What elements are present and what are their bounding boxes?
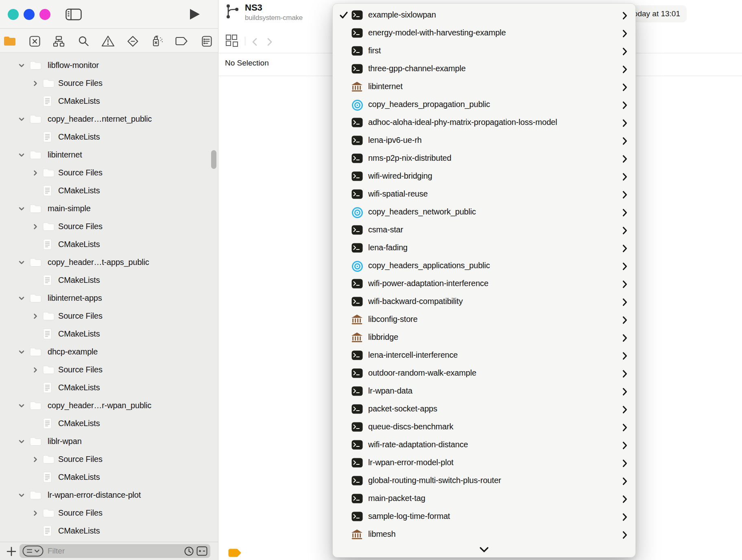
disclosure-expanded-icon[interactable] [18, 62, 25, 70]
scheme-title[interactable]: NS3 [245, 2, 262, 13]
scheme-menu-item[interactable]: wifi-power-adaptation-interference [333, 275, 635, 293]
project-navigator-row[interactable]: main-simple [0, 200, 218, 218]
scheme-menu-item[interactable]: lena-intercell-interference [333, 347, 635, 365]
scheme-menu-item[interactable]: csma-star [333, 221, 635, 239]
scheme-menu-item[interactable]: lr-wpan-error-model-plot [333, 454, 635, 472]
project-navigator-row[interactable]: libinternet [0, 146, 218, 164]
run-button[interactable] [190, 9, 200, 22]
project-navigator-row[interactable]: Source Files [0, 361, 218, 379]
scheme-menu-item[interactable]: outdoor-random-walk-example [333, 365, 635, 383]
add-remove-box-icon[interactable] [196, 546, 207, 556]
recent-clock-icon[interactable] [184, 546, 194, 556]
scheme-menu-item[interactable]: libbridge [333, 329, 635, 347]
navigator-tab-changes[interactable] [28, 35, 41, 48]
scheme-menu-item[interactable]: lr-wpan-data [333, 383, 635, 400]
back-button[interactable] [251, 37, 258, 48]
project-navigator-row[interactable]: CMakeLists [0, 236, 218, 254]
scheme-menu-item[interactable]: packet-socket-apps [333, 400, 635, 418]
navigator-tab-debug[interactable] [150, 35, 164, 48]
project-navigator-row[interactable]: Source Files [0, 164, 218, 182]
scheme-menu-item[interactable]: wifi-spatial-reuse [333, 186, 635, 203]
sidebar-scrollbar[interactable] [211, 150, 216, 169]
scheme-menu-item[interactable]: queue-discs-benchmark [333, 418, 635, 436]
navigator-tab-find[interactable] [76, 35, 90, 48]
project-navigator-row[interactable]: liblr-wpan [0, 433, 218, 451]
navigator-tab-issues[interactable] [101, 35, 115, 48]
disclosure-expanded-icon[interactable] [18, 206, 25, 214]
scheme-menu-item[interactable]: example-sixlowpan [333, 7, 635, 24]
add-button[interactable] [6, 546, 17, 557]
filter-options-icon[interactable] [22, 545, 44, 557]
disclosure-expanded-icon[interactable] [18, 438, 25, 446]
bookmark-tag-icon[interactable] [228, 549, 242, 559]
navigator-tab-tags[interactable] [175, 35, 188, 48]
disclosure-collapsed-icon[interactable] [32, 456, 39, 464]
navigator-tab-tests[interactable] [126, 35, 140, 48]
disclosure-collapsed-icon[interactable] [32, 510, 39, 518]
project-navigator-row[interactable]: Source Files [0, 218, 218, 236]
project-navigator-row[interactable]: CMakeLists [0, 379, 218, 397]
scheme-subtitle[interactable]: buildsystem-cmake [245, 14, 303, 22]
scheme-menu-item[interactable]: sample-log-time-format [333, 508, 635, 526]
filter-input[interactable] [47, 546, 181, 556]
disclosure-collapsed-icon[interactable] [32, 313, 39, 321]
disclosure-collapsed-icon[interactable] [32, 170, 39, 178]
disclosure-expanded-icon[interactable] [18, 259, 25, 267]
project-navigator-row[interactable]: CMakeLists [0, 415, 218, 433]
project-navigator-row[interactable]: copy_header…nternet_public [0, 110, 218, 128]
disclosure-collapsed-icon[interactable] [32, 367, 39, 375]
scheme-menu-item[interactable]: libinternet [333, 78, 635, 96]
disclosure-expanded-icon[interactable] [18, 349, 25, 357]
scheme-menu-item[interactable]: lena-ipv6-ue-rh [333, 132, 635, 150]
filter-field[interactable] [20, 544, 210, 558]
project-navigator-row[interactable]: Source Files [0, 504, 218, 522]
disclosure-expanded-icon[interactable] [18, 402, 25, 411]
scheme-menu-item[interactable]: first [333, 42, 635, 60]
project-navigator-row[interactable]: CMakeLists [0, 92, 218, 110]
scheme-menu-item[interactable]: copy_headers_propagation_public [333, 96, 635, 114]
scheme-menu-item[interactable]: copy_headers_network_public [333, 203, 635, 221]
project-navigator-row[interactable]: CMakeLists [0, 522, 218, 540]
scheme-menu-item[interactable]: wifi-wired-bridging [333, 168, 635, 186]
project-navigator-row[interactable]: CMakeLists [0, 468, 218, 486]
scheme-menu-item[interactable]: wifi-rate-adaptation-distance [333, 436, 635, 454]
scheme-menu-item[interactable]: global-routing-multi-switch-plus-router [333, 472, 635, 490]
navigator-tab-project-selected[interactable] [3, 35, 17, 48]
sidebar-toggle-icon[interactable] [65, 9, 82, 22]
zoom-button[interactable] [39, 9, 50, 20]
disclosure-expanded-icon[interactable] [18, 152, 25, 160]
project-navigator-row[interactable]: CMakeLists [0, 182, 218, 200]
navigator-tab-symbols[interactable] [52, 35, 65, 48]
project-navigator-row[interactable]: libinternet-apps [0, 289, 218, 307]
disclosure-expanded-icon[interactable] [18, 492, 25, 500]
disclosure-expanded-icon[interactable] [18, 295, 25, 303]
project-navigator-row[interactable]: libflow-monitor [0, 57, 218, 74]
minimize-button[interactable] [24, 9, 35, 20]
scheme-menu-item[interactable]: copy_headers_applications_public [333, 257, 635, 275]
close-button[interactable] [8, 9, 19, 20]
scheme-menu-item[interactable]: three-gpp-channel-example [333, 60, 635, 78]
project-navigator-row[interactable]: copy_header…t-apps_public [0, 254, 218, 271]
project-navigator-row[interactable]: Source Files [0, 451, 218, 468]
scheme-menu-item[interactable]: adhoc-aloha-ideal-phy-matrix-propagation… [333, 114, 635, 132]
project-navigator-row[interactable]: Source Files [0, 74, 218, 92]
project-navigator-row[interactable]: Source Files [0, 307, 218, 325]
scheme-menu-item[interactable]: nms-p2p-nix-distributed [333, 150, 635, 168]
scheme-menu-item[interactable]: wifi-backward-compatibility [333, 293, 635, 311]
scheme-menu-item[interactable]: libconfig-store [333, 311, 635, 329]
project-navigator-row[interactable]: CMakeLists [0, 271, 218, 289]
project-navigator-row[interactable]: dhcp-example [0, 343, 218, 361]
menu-scroll-down-icon[interactable] [333, 547, 635, 553]
disclosure-collapsed-icon[interactable] [32, 223, 39, 232]
disclosure-expanded-icon[interactable] [18, 116, 25, 124]
project-navigator-row[interactable]: copy_header…r-wpan_public [0, 397, 218, 415]
scheme-menu-item[interactable]: main-packet-tag [333, 490, 635, 508]
scheme-menu-item[interactable]: lena-fading [333, 239, 635, 257]
related-items-icon[interactable] [225, 34, 240, 49]
navigator-tab-reports[interactable] [200, 35, 214, 48]
project-navigator-row[interactable]: lr-wpan-error-distance-plot [0, 486, 218, 504]
scheme-menu-item[interactable]: libmesh [333, 526, 635, 544]
project-navigator-row[interactable]: CMakeLists [0, 128, 218, 146]
forward-button[interactable] [266, 37, 273, 48]
scheme-menu-item[interactable]: energy-model-with-harvesting-example [333, 24, 635, 42]
